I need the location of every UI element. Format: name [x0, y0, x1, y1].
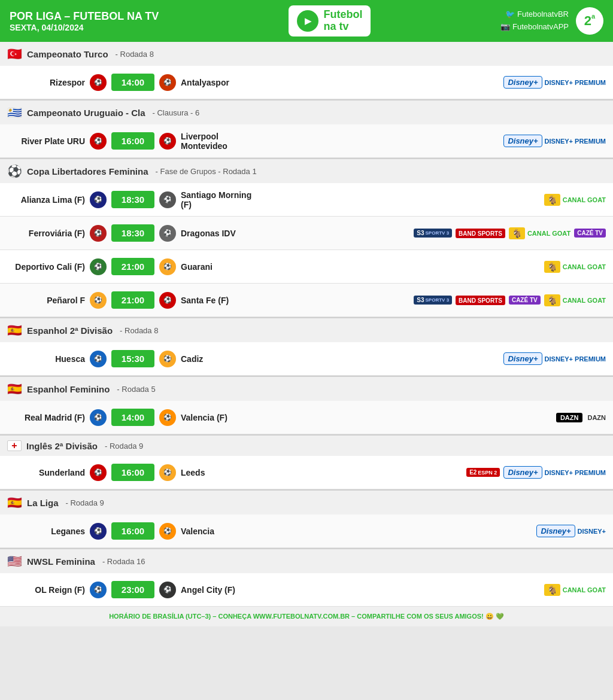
broadcaster-espn2: E2 ESPN 2 — [466, 468, 500, 477]
section-header-campeonato-uruguaio: 🇺🇾 Campeonato Uruguaio - Cla - Clausura … — [0, 101, 613, 124]
team-home: Real Madrid (F) — [7, 413, 85, 422]
team-away: Valencia — [181, 526, 259, 536]
team-home-logo: ⚽ — [90, 133, 107, 150]
team-home-logo: ⚽ — [90, 582, 107, 598]
match-row: Sunderland ⚽ 16:00 ⚽ Leeds E2 ESPN 2 Dis… — [0, 456, 613, 489]
broadcasters: Disney+ DISNEY+ PREMIUM — [503, 135, 606, 147]
broadcaster-canal-goat: 🐐 CANAL GOAT — [509, 227, 570, 239]
team-home-logo: ⚽ — [90, 292, 107, 309]
team-away: Valencia (F) — [181, 413, 259, 422]
team-away: Angel City (F) — [181, 585, 259, 595]
team-home-logo: ⚽ — [90, 258, 107, 275]
section-sub: - Rodada 9 — [105, 442, 143, 451]
section-name: Espanhol Feminino — [27, 384, 110, 394]
app-wrapper: POR LIGA – FUTEBOL NA TV SEXTA, 04/10/20… — [0, 0, 613, 626]
match-row: Ferroviária (F) ⚽ 18:30 ⚽ Dragonas IDV S… — [0, 217, 613, 250]
match-time: 21:00 — [111, 291, 154, 309]
team-away-logo: ⚽ — [159, 74, 176, 91]
team-home: Peñarol F — [7, 296, 85, 305]
team-home-logo: ⚽ — [90, 74, 107, 91]
section-sub: - Rodada 8 — [116, 50, 154, 59]
section-name: Inglês 2ª Divisão — [26, 441, 98, 451]
match-time: 14:00 — [111, 74, 154, 91]
match-time: 21:00 — [111, 258, 154, 275]
content: 🇹🇷 Campeonato Turco - Rodada 8 Rizespor … — [0, 42, 613, 607]
section-sub: - Rodada 8 — [120, 326, 158, 335]
match-row: Peñarol F ⚽ 21:00 ⚽ Santa Fe (F) S3 SPOR… — [0, 284, 613, 317]
header: POR LIGA – FUTEBOL NA TV SEXTA, 04/10/20… — [0, 0, 613, 42]
team-away-logo: ⚽ — [159, 258, 176, 275]
section-header-espanhol-feminino: 🇪🇸 Espanhol Feminino - Rodada 5 — [0, 377, 613, 401]
team-away: Guarani — [181, 262, 259, 272]
team-home-logo: ⚽ — [90, 523, 107, 540]
team-away: LiverpoolMontevideo — [181, 132, 259, 151]
broadcasters: Disney+ DISNEY+ PREMIUM — [503, 352, 606, 365]
broadcaster-caze: CAZÉ TV — [509, 296, 541, 305]
section-header-la-liga: 🇪🇸 La Liga - Rodada 9 — [0, 491, 613, 515]
section-sub: - Rodada 16 — [102, 557, 145, 566]
section-name: Campeonato Turco — [27, 49, 108, 59]
broadcasters: 🐐 CANAL GOAT — [544, 584, 606, 596]
team-away-logo: ⚽ — [159, 464, 176, 481]
header-date: SEXTA, 04/10/2024 — [10, 23, 159, 32]
team-home-logo: ⚽ — [90, 191, 107, 208]
broadcaster-canal-goat: 🐐 CANAL GOAT — [544, 584, 606, 596]
team-away: Cadiz — [181, 354, 259, 364]
round-badge: 2a — [576, 7, 603, 35]
section-name: NWSL Feminina — [27, 556, 95, 567]
team-home-logo: ⚽ — [90, 351, 107, 367]
match-row: Alianza Lima (F) ⚽ 18:30 ⚽ Santiago Morn… — [0, 183, 613, 217]
broadcaster-disney-premium: Disney+ DISNEY+ PREMIUM — [503, 135, 606, 147]
broadcaster-disney-premium: Disney+ DISNEY+ PREMIUM — [503, 352, 606, 365]
match-time: 18:30 — [111, 224, 154, 242]
broadcaster-bandsports: BAND SPORTS — [456, 229, 505, 238]
broadcaster-canal-goat: 🐐 CANAL GOAT — [544, 194, 606, 206]
team-home: Ferroviária (F) — [7, 229, 85, 238]
team-home: Leganes — [7, 526, 85, 536]
team-away-logo: ⚽ — [159, 582, 176, 598]
team-home: Huesca — [7, 354, 85, 364]
team-home-logo: ⚽ — [90, 464, 107, 481]
section-header-espanhol-2-divisao: 🇪🇸 Espanhol 2ª Divisão - Rodada 8 — [0, 318, 613, 342]
team-home: Alianza Lima (F) — [7, 195, 85, 205]
team-home: OL Reign (F) — [7, 585, 85, 595]
match-row: Real Madrid (F) ⚽ 14:00 ⚽ Valencia (F) D… — [0, 401, 613, 434]
team-home: Sunderland — [7, 468, 85, 477]
logo-text: Futebol na tv — [323, 9, 362, 33]
team-home: River Plate URU — [7, 136, 85, 146]
team-away-logo: ⚽ — [159, 351, 176, 367]
broadcaster-disney-premium: Disney+ DISNEY+ PREMIUM — [503, 76, 606, 89]
match-row: Huesca ⚽ 15:30 ⚽ Cadiz Disney+ DISNEY+ P… — [0, 342, 613, 376]
match-time: 16:00 — [111, 522, 154, 540]
header-right: 🐦 FutebolnatvBR 📷 FutebolnatvAPP 2a — [500, 7, 603, 35]
broadcaster-bandsports: BAND SPORTS — [456, 296, 505, 305]
logo-icon: ▶ — [297, 10, 318, 32]
team-away: Dragonas IDV — [181, 229, 259, 238]
section-header-ingles-2-divisao: + Inglês 2ª Divisão - Rodada 9 — [0, 436, 613, 456]
broadcasters: Disney+ DISNEY+ PREMIUM — [503, 76, 606, 89]
team-away: Antalyaspor — [181, 78, 259, 87]
broadcasters: DAZN DAZN — [556, 413, 606, 422]
team-away-logo: ⚽ — [159, 292, 176, 309]
match-row: River Plate URU ⚽ 16:00 ⚽ LiverpoolMonte… — [0, 124, 613, 158]
section-sub: - Rodada 9 — [66, 498, 104, 507]
match-time: 23:00 — [111, 581, 154, 598]
section-sub: - Clausura - 6 — [153, 108, 200, 117]
team-away: Santa Fe (F) — [181, 296, 259, 305]
match-time: 16:00 — [111, 132, 154, 150]
match-time: 15:30 — [111, 350, 154, 367]
section-name: Espanhol 2ª Divisão — [27, 325, 113, 336]
match-time: 16:00 — [111, 464, 154, 481]
team-home: Rizespor — [7, 78, 85, 87]
team-home-logo: ⚽ — [90, 409, 107, 426]
section-name: La Liga — [27, 498, 59, 508]
match-row: Deportivo Cali (F) ⚽ 21:00 ⚽ Guarani 🐐 C… — [0, 250, 613, 284]
social-links: 🐦 FutebolnatvBR 📷 FutebolnatvAPP — [500, 8, 569, 34]
broadcasters: S3 SPORTV 3 BAND SPORTS CAZÉ TV 🐐 CANAL … — [414, 294, 606, 306]
team-home-logo: ⚽ — [90, 225, 107, 242]
section-sub: - Fase de Grupos - Rodada 1 — [156, 167, 257, 176]
broadcaster-canal-goat: 🐐 CANAL GOAT — [544, 294, 606, 306]
section-sub: - Rodada 5 — [117, 385, 155, 394]
team-away-logo: ⚽ — [159, 225, 176, 242]
broadcasters: S3 SPORTV 3 BAND SPORTS 🐐 CANAL GOAT CAZ… — [414, 227, 606, 239]
